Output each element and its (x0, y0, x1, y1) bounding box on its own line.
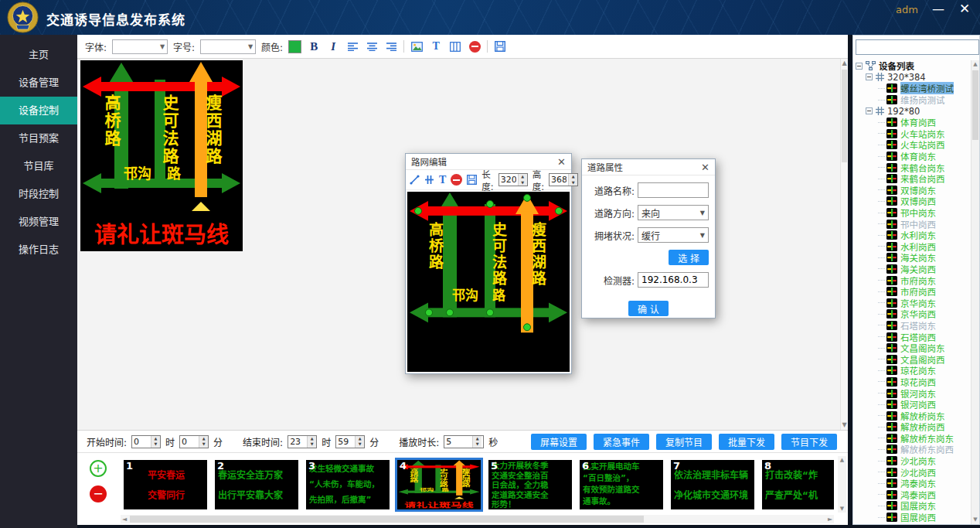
minimize-button[interactable]: — (931, 2, 946, 16)
tree-node-体育岗东[interactable]: 体育岗东 (855, 151, 970, 162)
program-thumbnail-5[interactable]: 5大力开展秋冬季 交通安全整治百 日会战，全力稳 定道路交通安全 形势！ (488, 460, 572, 509)
tree-node-京华岗西[interactable]: 京华岗西 (855, 308, 970, 320)
congestion-select[interactable]: 缓行 ▼ (638, 227, 709, 243)
confirm-button[interactable]: 确 认 (628, 301, 669, 316)
spin-up-icon[interactable]: ▲ (356, 436, 364, 442)
tree-group-2[interactable]: 192*80 (855, 105, 970, 117)
color-swatch[interactable] (288, 40, 301, 53)
scroll-thumb[interactable] (972, 70, 978, 140)
remove-program-button[interactable]: − (90, 485, 107, 502)
spin-down-icon[interactable]: ▼ (356, 441, 364, 448)
align-right-icon[interactable] (384, 39, 398, 54)
program-thumbnail-3[interactable]: 3发生轻微交通事故 “人未伤，车能动， 先拍照，后撤离” (306, 460, 390, 509)
program-thumbnail-4[interactable]: 4高桥路史可法路瘦西湖路邗沟路请礼让斑马线 (397, 460, 481, 509)
spin-down-icon[interactable]: ▼ (199, 441, 208, 448)
tree-node-解放桥东岗东[interactable]: 解放桥东岗东 (855, 433, 970, 445)
spin-down-icon[interactable]: ▼ (569, 180, 577, 186)
scroll-right-icon[interactable]: ► (826, 515, 834, 523)
tree-node-解放桥岗西[interactable]: 解放桥岗西 (855, 421, 970, 433)
close-button[interactable]: ✕ (957, 1, 972, 16)
tree-node-石塔岗东[interactable]: 石塔岗东 (855, 320, 970, 332)
tree-node-火车站岗西[interactable]: 火车站岗西 (855, 139, 970, 151)
end-hour-input[interactable] (288, 436, 307, 448)
tree-root[interactable]: 设备列表 (855, 60, 970, 72)
spin-down-icon[interactable]: ▼ (151, 441, 160, 448)
spin-down-icon[interactable]: ▼ (308, 441, 316, 448)
tree-node-解放桥东岗西[interactable]: 解放桥东岗西 (855, 444, 970, 455)
spin-up-icon[interactable]: ▲ (519, 174, 527, 180)
image-icon[interactable] (410, 39, 424, 54)
tree-node-文昌阁岗东[interactable]: 文昌阁岗东 (855, 342, 970, 354)
bold-icon[interactable]: B (307, 39, 321, 54)
tree-node-银河岗西[interactable]: 银河岗西 (855, 399, 970, 410)
tree-node-双博岗东[interactable]: 双博岗东 (855, 185, 970, 196)
text-icon[interactable]: T (429, 39, 443, 54)
tree-node-琼花岗西[interactable]: 琼花岗西 (855, 376, 970, 388)
tree-node-水利岗西[interactable]: 水利岗西 (855, 241, 970, 253)
tree-node-沙北岗西[interactable]: 沙北岗西 (855, 466, 970, 478)
tree-node-海关岗西[interactable]: 海关岗西 (855, 264, 970, 275)
add-program-button[interactable]: + (90, 460, 107, 477)
sidebar-item-7[interactable]: 视频管理 (0, 208, 77, 236)
scroll-thumb[interactable] (842, 70, 847, 162)
program-thumbnail-2[interactable]: 2春运安全连万家 出行平安靠大家 (215, 460, 298, 509)
tree-node-维扬岗测试[interactable]: 维扬岗测试 (855, 94, 970, 106)
detector-input[interactable] (638, 272, 709, 288)
start-hour-stepper[interactable]: ▲▼ (131, 435, 161, 448)
tree-node-银河岗东[interactable]: 银河岗东 (855, 387, 970, 399)
tree-node-京华岗东[interactable]: 京华岗东 (855, 297, 970, 308)
roadnet-canvas[interactable]: 高桥路史可法路瘦西湖路邗沟路 (407, 192, 570, 372)
duration-stepper[interactable]: ▲▼ (444, 435, 484, 448)
tree-node-石塔岗西[interactable]: 石塔岗西 (855, 331, 970, 342)
delete-icon[interactable] (451, 172, 462, 188)
save-icon[interactable] (467, 172, 477, 188)
tree-node-市府岗东[interactable]: 市府岗东 (855, 274, 970, 286)
spin-down-icon[interactable]: ▼ (473, 441, 481, 448)
select-detector-button[interactable]: 选 择 (669, 250, 709, 265)
close-icon[interactable]: ✕ (701, 162, 709, 172)
tree-node-水利岗东[interactable]: 水利岗东 (855, 230, 970, 241)
length-stepper[interactable]: ▲▼ (499, 173, 528, 186)
tree-node-来鹤台岗西[interactable]: 来鹤台岗西 (855, 173, 970, 185)
tree-collapse-icon[interactable] (866, 73, 873, 80)
tree-collapse-icon[interactable] (856, 63, 863, 70)
sidebar-item-3[interactable]: 设备控制 (0, 97, 77, 124)
tree-node-解放桥岗东[interactable]: 解放桥岗东 (855, 410, 970, 421)
tree-node-鸿泰岗西[interactable]: 鸿泰岗西 (855, 489, 970, 501)
action-button-3[interactable]: 复制节目 (656, 434, 712, 450)
scroll-left-icon[interactable]: ◄ (121, 515, 128, 523)
duration-input[interactable] (444, 436, 472, 448)
sidebar-item-2[interactable]: 设备管理 (0, 69, 77, 97)
sidebar-item-1[interactable]: 主页 (0, 41, 77, 69)
props-dialog-titlebar[interactable]: 道路属性 ✕ (582, 159, 715, 175)
tree-node-沙北岗东[interactable]: 沙北岗东 (855, 455, 970, 467)
end-min-stepper[interactable]: ▲▼ (335, 435, 365, 448)
sidebar-item-4[interactable]: 节目预案 (0, 124, 77, 152)
end-hour-stepper[interactable]: ▲▼ (288, 435, 317, 448)
tree-node-海关岗东[interactable]: 海关岗东 (855, 252, 970, 264)
scroll-down-icon[interactable]: ▼ (838, 505, 846, 513)
start-min-stepper[interactable]: ▲▼ (179, 435, 209, 448)
tree-node-琼花岗东[interactable]: 琼花岗东 (855, 365, 970, 376)
action-button-2[interactable]: 紧急事件 (594, 434, 649, 450)
sidebar-item-8[interactable]: 操作日志 (0, 236, 77, 264)
action-button-4[interactable]: 批量下发 (719, 434, 774, 450)
tree-node-文昌阁岗西[interactable]: 文昌阁岗西 (855, 353, 970, 365)
tree-node-来鹤台岗东[interactable]: 来鹤台岗东 (855, 162, 970, 173)
spin-up-icon[interactable]: ▲ (151, 436, 160, 442)
program-thumbnail-6[interactable]: 6扎实开展电动车 “百日整治”， 有效预防道路交 通事故。 (580, 460, 663, 509)
length-input[interactable] (499, 174, 518, 186)
tree-scrollbar[interactable]: ▲ ▼ (971, 60, 979, 524)
delete-icon[interactable] (468, 39, 481, 54)
program-hscrollbar[interactable]: ◄ ► (121, 515, 834, 523)
spin-up-icon[interactable]: ▲ (308, 436, 316, 442)
columns-icon[interactable] (448, 39, 462, 54)
start-min-input[interactable] (180, 436, 199, 448)
action-button-5[interactable]: 节目下发 (781, 434, 837, 450)
close-icon[interactable]: ✕ (557, 157, 566, 167)
height-stepper[interactable]: ▲▼ (549, 173, 578, 186)
height-input[interactable] (550, 174, 568, 186)
text-icon[interactable]: T (439, 172, 446, 188)
line-icon[interactable] (410, 172, 420, 188)
program-vscrollbar[interactable]: ▲ ▼ (838, 456, 846, 513)
